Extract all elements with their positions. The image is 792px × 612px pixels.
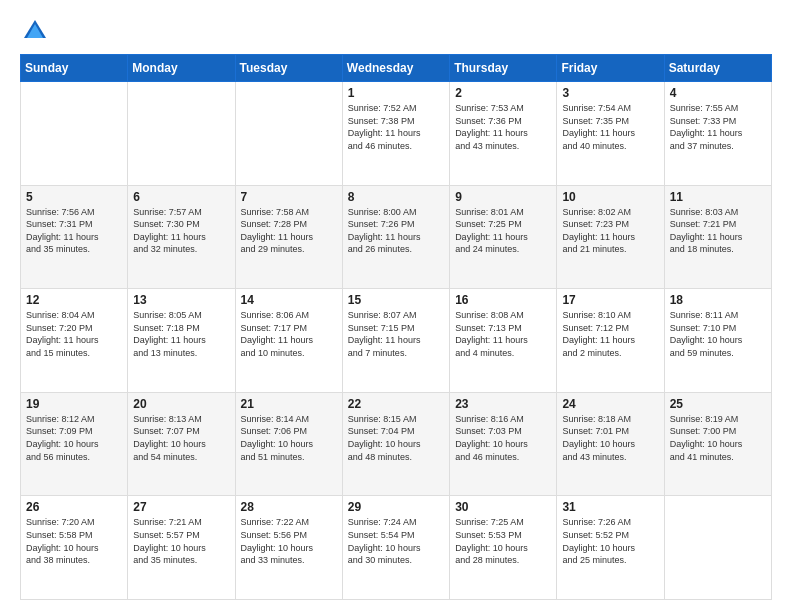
day-info: Sunrise: 8:13 AM Sunset: 7:07 PM Dayligh… [133,413,229,463]
day-number: 27 [133,500,229,514]
day-cell: 26Sunrise: 7:20 AM Sunset: 5:58 PM Dayli… [21,496,128,600]
day-cell: 28Sunrise: 7:22 AM Sunset: 5:56 PM Dayli… [235,496,342,600]
day-info: Sunrise: 7:52 AM Sunset: 7:38 PM Dayligh… [348,102,444,152]
day-number: 25 [670,397,766,411]
day-info: Sunrise: 8:19 AM Sunset: 7:00 PM Dayligh… [670,413,766,463]
day-number: 28 [241,500,337,514]
day-number: 14 [241,293,337,307]
day-number: 1 [348,86,444,100]
day-number: 20 [133,397,229,411]
day-number: 19 [26,397,122,411]
week-row-4: 19Sunrise: 8:12 AM Sunset: 7:09 PM Dayli… [21,392,772,496]
day-cell: 30Sunrise: 7:25 AM Sunset: 5:53 PM Dayli… [450,496,557,600]
day-number: 5 [26,190,122,204]
day-cell: 7Sunrise: 7:58 AM Sunset: 7:28 PM Daylig… [235,185,342,289]
day-info: Sunrise: 7:26 AM Sunset: 5:52 PM Dayligh… [562,516,658,566]
day-number: 12 [26,293,122,307]
weekday-friday: Friday [557,55,664,82]
day-info: Sunrise: 8:12 AM Sunset: 7:09 PM Dayligh… [26,413,122,463]
day-number: 6 [133,190,229,204]
day-cell: 19Sunrise: 8:12 AM Sunset: 7:09 PM Dayli… [21,392,128,496]
day-cell: 31Sunrise: 7:26 AM Sunset: 5:52 PM Dayli… [557,496,664,600]
weekday-tuesday: Tuesday [235,55,342,82]
day-number: 10 [562,190,658,204]
day-cell: 3Sunrise: 7:54 AM Sunset: 7:35 PM Daylig… [557,82,664,186]
day-cell: 14Sunrise: 8:06 AM Sunset: 7:17 PM Dayli… [235,289,342,393]
day-info: Sunrise: 8:18 AM Sunset: 7:01 PM Dayligh… [562,413,658,463]
header [20,16,772,46]
day-cell: 6Sunrise: 7:57 AM Sunset: 7:30 PM Daylig… [128,185,235,289]
day-number: 21 [241,397,337,411]
day-cell [235,82,342,186]
day-cell: 10Sunrise: 8:02 AM Sunset: 7:23 PM Dayli… [557,185,664,289]
day-cell: 12Sunrise: 8:04 AM Sunset: 7:20 PM Dayli… [21,289,128,393]
day-number: 15 [348,293,444,307]
calendar-table: SundayMondayTuesdayWednesdayThursdayFrid… [20,54,772,600]
day-info: Sunrise: 8:04 AM Sunset: 7:20 PM Dayligh… [26,309,122,359]
day-cell: 22Sunrise: 8:15 AM Sunset: 7:04 PM Dayli… [342,392,449,496]
day-number: 29 [348,500,444,514]
day-info: Sunrise: 7:56 AM Sunset: 7:31 PM Dayligh… [26,206,122,256]
day-cell [128,82,235,186]
day-info: Sunrise: 7:25 AM Sunset: 5:53 PM Dayligh… [455,516,551,566]
day-number: 11 [670,190,766,204]
day-number: 22 [348,397,444,411]
day-number: 23 [455,397,551,411]
day-number: 3 [562,86,658,100]
day-cell: 11Sunrise: 8:03 AM Sunset: 7:21 PM Dayli… [664,185,771,289]
weekday-saturday: Saturday [664,55,771,82]
day-cell [664,496,771,600]
day-info: Sunrise: 7:24 AM Sunset: 5:54 PM Dayligh… [348,516,444,566]
day-info: Sunrise: 8:08 AM Sunset: 7:13 PM Dayligh… [455,309,551,359]
day-info: Sunrise: 8:03 AM Sunset: 7:21 PM Dayligh… [670,206,766,256]
day-number: 17 [562,293,658,307]
week-row-1: 1Sunrise: 7:52 AM Sunset: 7:38 PM Daylig… [21,82,772,186]
day-info: Sunrise: 7:22 AM Sunset: 5:56 PM Dayligh… [241,516,337,566]
day-cell: 15Sunrise: 8:07 AM Sunset: 7:15 PM Dayli… [342,289,449,393]
day-cell: 25Sunrise: 8:19 AM Sunset: 7:00 PM Dayli… [664,392,771,496]
weekday-monday: Monday [128,55,235,82]
day-info: Sunrise: 8:07 AM Sunset: 7:15 PM Dayligh… [348,309,444,359]
day-cell: 27Sunrise: 7:21 AM Sunset: 5:57 PM Dayli… [128,496,235,600]
week-row-5: 26Sunrise: 7:20 AM Sunset: 5:58 PM Dayli… [21,496,772,600]
day-info: Sunrise: 7:53 AM Sunset: 7:36 PM Dayligh… [455,102,551,152]
day-cell: 1Sunrise: 7:52 AM Sunset: 7:38 PM Daylig… [342,82,449,186]
page: SundayMondayTuesdayWednesdayThursdayFrid… [0,0,792,612]
day-cell: 16Sunrise: 8:08 AM Sunset: 7:13 PM Dayli… [450,289,557,393]
day-cell: 24Sunrise: 8:18 AM Sunset: 7:01 PM Dayli… [557,392,664,496]
logo [20,16,54,46]
day-cell: 5Sunrise: 7:56 AM Sunset: 7:31 PM Daylig… [21,185,128,289]
day-number: 2 [455,86,551,100]
day-number: 31 [562,500,658,514]
day-info: Sunrise: 8:11 AM Sunset: 7:10 PM Dayligh… [670,309,766,359]
day-info: Sunrise: 8:16 AM Sunset: 7:03 PM Dayligh… [455,413,551,463]
day-info: Sunrise: 8:02 AM Sunset: 7:23 PM Dayligh… [562,206,658,256]
day-cell: 29Sunrise: 7:24 AM Sunset: 5:54 PM Dayli… [342,496,449,600]
day-number: 4 [670,86,766,100]
weekday-sunday: Sunday [21,55,128,82]
weekday-header-row: SundayMondayTuesdayWednesdayThursdayFrid… [21,55,772,82]
day-cell: 23Sunrise: 8:16 AM Sunset: 7:03 PM Dayli… [450,392,557,496]
day-info: Sunrise: 7:55 AM Sunset: 7:33 PM Dayligh… [670,102,766,152]
day-info: Sunrise: 8:15 AM Sunset: 7:04 PM Dayligh… [348,413,444,463]
day-info: Sunrise: 7:58 AM Sunset: 7:28 PM Dayligh… [241,206,337,256]
day-info: Sunrise: 7:54 AM Sunset: 7:35 PM Dayligh… [562,102,658,152]
logo-icon [20,16,50,46]
day-cell: 13Sunrise: 8:05 AM Sunset: 7:18 PM Dayli… [128,289,235,393]
day-info: Sunrise: 8:00 AM Sunset: 7:26 PM Dayligh… [348,206,444,256]
day-cell: 21Sunrise: 8:14 AM Sunset: 7:06 PM Dayli… [235,392,342,496]
weekday-wednesday: Wednesday [342,55,449,82]
day-info: Sunrise: 8:05 AM Sunset: 7:18 PM Dayligh… [133,309,229,359]
day-number: 26 [26,500,122,514]
week-row-2: 5Sunrise: 7:56 AM Sunset: 7:31 PM Daylig… [21,185,772,289]
day-info: Sunrise: 7:20 AM Sunset: 5:58 PM Dayligh… [26,516,122,566]
day-number: 18 [670,293,766,307]
day-cell [21,82,128,186]
day-number: 8 [348,190,444,204]
day-number: 30 [455,500,551,514]
weekday-thursday: Thursday [450,55,557,82]
day-number: 9 [455,190,551,204]
day-info: Sunrise: 8:14 AM Sunset: 7:06 PM Dayligh… [241,413,337,463]
day-cell: 2Sunrise: 7:53 AM Sunset: 7:36 PM Daylig… [450,82,557,186]
day-number: 24 [562,397,658,411]
